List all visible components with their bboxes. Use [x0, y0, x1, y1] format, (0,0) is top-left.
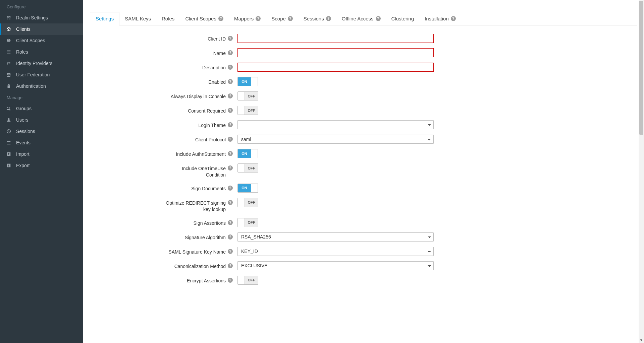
help-icon[interactable]: ? — [451, 16, 456, 21]
always-display-in-console-toggle[interactable]: OFF — [237, 91, 258, 100]
form-row: Signature Algorithm?RSA_SHA256 — [90, 232, 445, 242]
tab-sessions[interactable]: Sessions? — [298, 12, 336, 25]
form-row: Encrypt Assertions?OFF — [90, 276, 445, 285]
help-icon[interactable]: ? — [228, 263, 233, 268]
sidebar-item-export[interactable]: Export — [0, 160, 83, 171]
help-icon[interactable]: ? — [228, 249, 233, 254]
enabled-toggle[interactable]: ON — [237, 77, 258, 86]
help-icon[interactable]: ? — [228, 36, 233, 41]
help-icon[interactable]: ? — [326, 16, 331, 21]
name-input[interactable] — [237, 48, 434, 57]
sidebar-item-events[interactable]: Events — [0, 137, 83, 148]
login-theme-select[interactable] — [237, 120, 434, 129]
sidebar-item-label: Identity Providers — [16, 61, 52, 66]
toggle-off-label: OFF — [245, 218, 258, 227]
help-icon[interactable]: ? — [218, 16, 223, 21]
help-icon[interactable]: ? — [228, 200, 233, 205]
sidebar-item-label: Import — [16, 151, 30, 157]
form-label: Include AuthnStatement? — [90, 149, 237, 157]
help-icon[interactable]: ? — [228, 220, 233, 225]
help-icon[interactable]: ? — [228, 50, 233, 55]
sidebar-item-authentication[interactable]: Authentication — [0, 80, 83, 92]
sidebar-item-client-scopes[interactable]: Client Scopes — [0, 35, 83, 46]
help-icon[interactable]: ? — [228, 278, 233, 283]
help-icon[interactable]: ? — [228, 79, 233, 84]
consent-required-toggle[interactable]: OFF — [237, 106, 258, 115]
include-onetimeuse-condition-toggle[interactable]: OFF — [237, 163, 258, 173]
form-row: Description? — [90, 63, 445, 72]
help-icon[interactable]: ? — [228, 93, 233, 98]
scrollbar-thumb[interactable] — [639, 1, 643, 135]
form-control — [237, 34, 445, 43]
tab-client-scopes[interactable]: Client Scopes? — [180, 12, 229, 25]
sidebar-item-label: Client Scopes — [16, 38, 45, 43]
tab-mappers[interactable]: Mappers? — [229, 12, 266, 25]
sign-assertions-toggle[interactable]: OFF — [237, 218, 258, 227]
import-icon — [6, 151, 11, 157]
help-icon[interactable]: ? — [228, 137, 233, 142]
sidebar-item-identity-providers[interactable]: Identity Providers — [0, 58, 83, 69]
tab-label: Roles — [162, 16, 174, 21]
tab-scope[interactable]: Scope? — [266, 12, 298, 25]
help-icon[interactable]: ? — [228, 65, 233, 70]
tab-saml-keys[interactable]: SAML Keys — [119, 12, 156, 25]
tab-label: Settings — [96, 16, 114, 21]
form-row: Login Theme? — [90, 120, 445, 129]
label-text: Client Protocol — [195, 137, 226, 143]
form-label: Encrypt Assertions? — [90, 276, 237, 284]
client-id-input[interactable] — [237, 34, 434, 43]
help-icon[interactable]: ? — [376, 16, 381, 21]
form-row: Sign Assertions?OFF — [90, 218, 445, 227]
toggle-off-label: OFF — [245, 92, 258, 100]
form-row: Enabled?ON — [90, 77, 445, 86]
tab-settings[interactable]: Settings — [90, 12, 119, 25]
form-control: OFF — [237, 163, 445, 173]
sidebar-item-clients[interactable]: Clients — [0, 23, 83, 35]
sidebar-item-users[interactable]: Users — [0, 114, 83, 126]
sign-documents-toggle[interactable]: ON — [237, 184, 258, 193]
form-control — [237, 120, 445, 129]
meter-icon — [6, 38, 11, 43]
tab-label: SAML Keys — [125, 16, 151, 21]
settings-form: Client ID?Name?Description?Enabled?ONAlw… — [90, 25, 445, 285]
scroll-down-arrow[interactable]: ▼ — [639, 338, 643, 342]
label-text: Sign Assertions — [194, 220, 226, 226]
label-text: Sign Documents — [191, 186, 226, 192]
form-control: ON — [237, 149, 445, 158]
sidebar-item-groups[interactable]: Groups — [0, 103, 83, 114]
scrollbar-track[interactable]: ▼ — [639, 0, 644, 343]
label-text: Description — [202, 65, 226, 71]
sidebar-item-user-federation[interactable]: User Federation — [0, 69, 83, 80]
help-icon[interactable]: ? — [228, 151, 233, 156]
sidebar-item-roles[interactable]: Roles — [0, 46, 83, 58]
sidebar-item-sessions[interactable]: Sessions — [0, 126, 83, 137]
encrypt-assertions-toggle[interactable]: OFF — [237, 276, 258, 285]
description-input[interactable] — [237, 63, 434, 72]
help-icon[interactable]: ? — [228, 186, 233, 191]
help-icon[interactable]: ? — [256, 16, 261, 21]
sidebar-item-import[interactable]: Import — [0, 148, 83, 160]
canonicalization-method-select[interactable]: EXCLUSIVE — [237, 261, 434, 270]
client-protocol-select[interactable]: saml — [237, 135, 434, 144]
tab-clustering[interactable]: Clustering — [386, 12, 420, 25]
form-label: Sign Documents? — [90, 184, 237, 192]
help-icon[interactable]: ? — [228, 165, 233, 170]
help-icon[interactable]: ? — [228, 122, 233, 127]
label-text: Consent Required — [188, 108, 226, 114]
saml-signature-key-name-select[interactable]: KEY_ID — [237, 247, 434, 256]
optimize-redirect-signing-key-lookup-toggle[interactable]: OFF — [237, 198, 258, 207]
tab-installation[interactable]: Installation? — [419, 12, 461, 25]
toggle-on-label: ON — [238, 149, 251, 158]
cube-icon — [6, 26, 11, 32]
tab-offline-access[interactable]: Offline Access? — [336, 12, 386, 25]
signature-algorithm-select[interactable]: RSA_SHA256 — [237, 232, 434, 242]
include-authnstatement-toggle[interactable]: ON — [237, 149, 258, 158]
toggle-on-label: ON — [238, 77, 251, 86]
help-icon[interactable]: ? — [288, 16, 293, 21]
tab-roles[interactable]: Roles — [156, 12, 180, 25]
sidebar-item-realm-settings[interactable]: Realm Settings — [0, 12, 83, 23]
form-control: OFF — [237, 198, 445, 207]
form-row: Canonicalization Method?EXCLUSIVE — [90, 261, 445, 270]
help-icon[interactable]: ? — [228, 108, 233, 113]
help-icon[interactable]: ? — [228, 234, 233, 239]
